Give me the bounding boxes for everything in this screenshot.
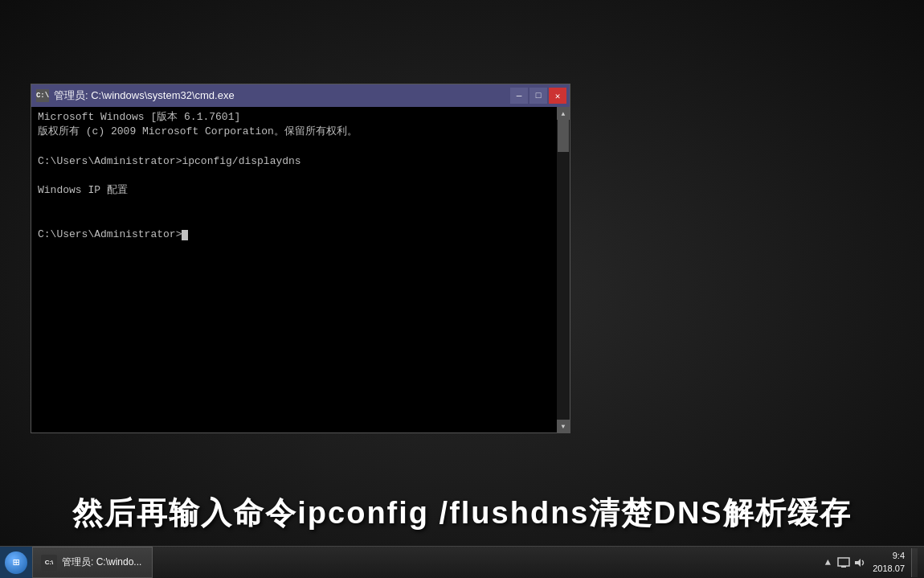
scrollbar-up-arrow[interactable]: ▲ (557, 107, 570, 120)
cmd-line-1: Microsoft Windows [版本 6.1.7601] (38, 110, 550, 125)
cmd-line-6: Windows IP 配置 (38, 183, 550, 198)
start-orb: ⊞ (5, 551, 27, 574)
tray-time: 9:4 (873, 550, 905, 562)
maximize-button[interactable]: □ (529, 88, 547, 104)
start-button[interactable]: ⊞ (0, 547, 32, 579)
tray-icons: ▲ (821, 556, 866, 569)
cmd-body: Microsoft Windows [版本 6.1.7601] 版权所有 (c)… (31, 107, 570, 432)
svg-rect-0 (838, 558, 849, 566)
taskbar: ⊞ C:\ 管理员: C:\windo... ▲ (0, 546, 924, 578)
taskbar-tray: ▲ 9:4 2018.07 (815, 547, 924, 578)
scrollbar-track[interactable] (557, 120, 570, 420)
taskbar-cmd-label: 管理员: C:\windo... (62, 555, 141, 569)
tray-speaker-icon[interactable] (853, 556, 866, 569)
cmd-scrollbar[interactable]: ▲ ▼ (557, 107, 570, 432)
cmd-line-3 (38, 139, 550, 154)
cmd-line-8 (38, 212, 550, 227)
subtitle-text: 然后再输入命令ipconfig /flushdns清楚DNS解析缓存 (0, 493, 924, 534)
cmd-window: C:\ 管理员: C:\windows\system32\cmd.exe — □… (31, 84, 570, 433)
start-icon: ⊞ (13, 555, 19, 569)
taskbar-cmd-icon: C:\ (41, 555, 57, 571)
close-button[interactable]: ✕ (549, 88, 566, 104)
cmd-titlebar-title: 管理员: C:\windows\system32\cmd.exe (54, 88, 565, 103)
taskbar-items: C:\ 管理员: C:\windo... (32, 547, 815, 578)
window-controls: — □ ✕ (510, 88, 566, 104)
cmd-output[interactable]: Microsoft Windows [版本 6.1.7601] 版权所有 (c)… (31, 107, 557, 432)
svg-marker-2 (855, 559, 861, 567)
cmd-line-2: 版权所有 (c) 2009 Microsoft Corporation。保留所有… (38, 125, 550, 139)
cmd-titlebar-icon: C:\ (36, 89, 49, 102)
scrollbar-thumb[interactable] (558, 120, 569, 152)
cmd-line-4: C:\Users\Administrator>ipconfig/displayd… (38, 154, 550, 169)
tray-monitor-icon (837, 556, 850, 569)
tray-date: 2018.07 (873, 563, 905, 575)
cmd-titlebar: C:\ 管理员: C:\windows\system32\cmd.exe — □… (31, 84, 570, 107)
cmd-line-9: C:\Users\Administrator> (38, 228, 550, 242)
show-desktop-button[interactable] (911, 548, 918, 577)
tray-clock: 9:4 2018.07 (873, 550, 905, 575)
svg-rect-1 (841, 566, 846, 568)
taskbar-item-cmd[interactable]: C:\ 管理员: C:\windo... (32, 547, 153, 578)
cmd-line-5 (38, 169, 550, 183)
tray-notification-icon[interactable]: ▲ (821, 556, 834, 569)
scrollbar-down-arrow[interactable]: ▼ (557, 420, 570, 432)
cmd-cursor (182, 230, 188, 240)
cmd-line-7 (38, 198, 550, 212)
desktop: 士 C:\ 管理员: C:\windows\system32\cmd.exe —… (0, 0, 924, 578)
minimize-button[interactable]: — (510, 88, 528, 104)
